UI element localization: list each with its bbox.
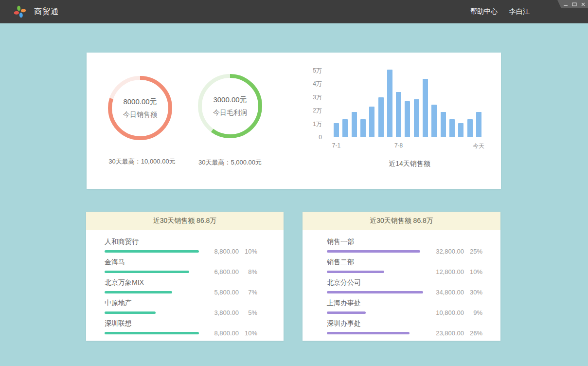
rank-bar	[327, 271, 384, 273]
rank-row-percent: 5%	[239, 309, 257, 316]
sales-chart-y-axis: 01万2万3万4万5万	[303, 64, 322, 138]
rank-row-name: 北京分公司	[327, 278, 482, 287]
rank-bar-track	[327, 250, 424, 253]
rank-row-percent: 8%	[239, 268, 257, 275]
today-profit-value: 3000.00元	[213, 95, 247, 105]
sales-bar	[342, 119, 348, 137]
y-axis-label: 4万	[303, 80, 322, 87]
rank-row-name: 金海马	[105, 258, 257, 267]
help-center-link[interactable]: 帮助中心	[470, 7, 498, 16]
department-rank-rows: 销售一部32,800.0025%销售二部12,800.0010%北京分公司34,…	[303, 230, 500, 334]
rank-bar	[105, 291, 172, 293]
customer-rank-rows: 人和商贸行8,800.0010%金海马6,800.008%北京万象MIX5,80…	[86, 230, 284, 334]
user-name-link[interactable]: 李白江	[509, 7, 530, 16]
rank-row-amount: 8,800.00	[201, 248, 239, 255]
rank-row-name: 销售二部	[327, 258, 482, 267]
rank-row-name: 北京万象MIX	[105, 278, 257, 287]
minimize-icon	[563, 2, 568, 7]
rank-row: 中原地产3,800.005%	[105, 299, 257, 314]
rank-row-amount: 23,800.00	[426, 329, 464, 337]
rank-row-amount: 6,800.00	[201, 268, 239, 275]
rank-bar	[105, 250, 199, 253]
rank-row-amount: 10,800.00	[426, 309, 464, 316]
maximize-button[interactable]	[572, 2, 577, 7]
today-summary-card: 8000.00元 今日销售额 30天最高：10,000.00元 3000.00元…	[87, 53, 501, 189]
minimize-button[interactable]	[563, 2, 568, 7]
rank-row-name: 深圳联想	[105, 319, 257, 328]
today-profit-text: 3000.00元 今日毛利润	[198, 74, 262, 138]
rank-row-amount: 5,800.00	[201, 289, 239, 296]
app-title: 商贸通	[34, 7, 59, 17]
rank-bar	[327, 291, 423, 293]
today-profit-donut: 3000.00元 今日毛利润	[198, 74, 262, 138]
sales-bar	[458, 123, 463, 137]
rank-row-amount: 8,800.00	[201, 329, 239, 337]
rank-row-amount: 12,800.00	[426, 268, 464, 275]
close-button[interactable]	[581, 2, 586, 7]
sales-bar	[360, 119, 366, 137]
rank-bar	[327, 250, 420, 253]
rank-row-percent: 30%	[464, 289, 482, 296]
y-axis-label: 5万	[303, 67, 322, 74]
pinwheel-logo-icon	[13, 5, 27, 18]
rank-row-percent: 10%	[464, 268, 482, 275]
rank-row-values: 8,800.0010%	[201, 329, 257, 337]
sales-chart-plot: 7-17-8今天	[334, 64, 485, 137]
x-axis-label: 7-8	[387, 142, 411, 149]
sales-bar	[396, 92, 401, 138]
sales-bar	[467, 119, 473, 137]
sales-bar	[334, 123, 339, 137]
today-sales-label: 今日销售额	[123, 110, 157, 119]
rank-row-values: 10,800.009%	[426, 309, 482, 316]
customer-rank-header: 近30天销售额 86.8万	[86, 212, 284, 230]
brand: 商贸通	[0, 5, 59, 18]
today-sales-value: 8000.00元	[123, 97, 157, 107]
rank-row-percent: 10%	[239, 248, 257, 255]
rank-row-values: 8,800.0010%	[201, 248, 257, 255]
x-axis-label: 今天	[466, 142, 491, 150]
profit-30d-max: 30天最高：5,000.00元	[172, 158, 288, 167]
rank-bar-track	[327, 271, 424, 273]
rank-bar-track	[105, 291, 201, 293]
rank-bar-track	[105, 250, 201, 253]
rank-row-values: 12,800.0010%	[426, 268, 482, 275]
x-axis-label: 7-1	[324, 142, 349, 149]
y-axis-label: 3万	[303, 94, 322, 101]
y-axis-label: 0	[303, 134, 322, 141]
sales-bar	[423, 79, 428, 137]
rank-bar-track	[105, 271, 201, 273]
rank-row: 金海马6,800.008%	[105, 258, 257, 273]
rank-row-percent: 9%	[464, 309, 482, 316]
rank-row-name: 销售一部	[327, 238, 482, 246]
close-icon	[581, 2, 586, 7]
department-rank-card: 近30天销售额 86.8万 销售一部32,800.0025%销售二部12,800…	[303, 212, 500, 341]
rank-row-values: 6,800.008%	[201, 268, 257, 275]
department-rank-header: 近30天销售额 86.8万	[303, 212, 500, 230]
y-axis-label: 2万	[303, 107, 322, 114]
today-sales-text: 8000.00元 今日销售额	[108, 76, 172, 140]
rank-row: 北京万象MIX5,800.007%	[105, 278, 257, 293]
rank-row-name: 人和商贸行	[105, 238, 257, 246]
customer-rank-title: 近30天销售额 86.8万	[153, 217, 217, 225]
maximize-icon	[572, 2, 577, 7]
rank-row-values: 23,800.0026%	[426, 329, 482, 337]
rank-row-percent: 7%	[239, 289, 257, 296]
rank-bar-track	[105, 332, 201, 334]
sales-bar	[378, 97, 384, 138]
rank-bar	[105, 332, 199, 334]
rank-row-amount: 32,800.00	[426, 248, 464, 255]
rank-bar-track	[327, 291, 424, 293]
sales-bar	[441, 112, 446, 137]
rank-row-values: 32,800.0025%	[426, 248, 482, 255]
sales-bar	[369, 107, 374, 137]
y-axis-label: 1万	[303, 121, 322, 128]
rank-row-amount: 34,800.00	[426, 289, 464, 296]
sales-bar	[449, 119, 455, 137]
rank-row: 人和商贸行8,800.0010%	[105, 238, 257, 253]
rank-row-name: 中原地产	[105, 299, 257, 308]
rank-row: 销售一部32,800.0025%	[327, 238, 482, 253]
rank-row: 销售二部12,800.0010%	[327, 258, 482, 273]
rank-bar	[327, 311, 366, 314]
today-sales-donut: 8000.00元 今日销售额	[108, 76, 172, 140]
rank-row-name: 上海办事处	[327, 299, 482, 308]
